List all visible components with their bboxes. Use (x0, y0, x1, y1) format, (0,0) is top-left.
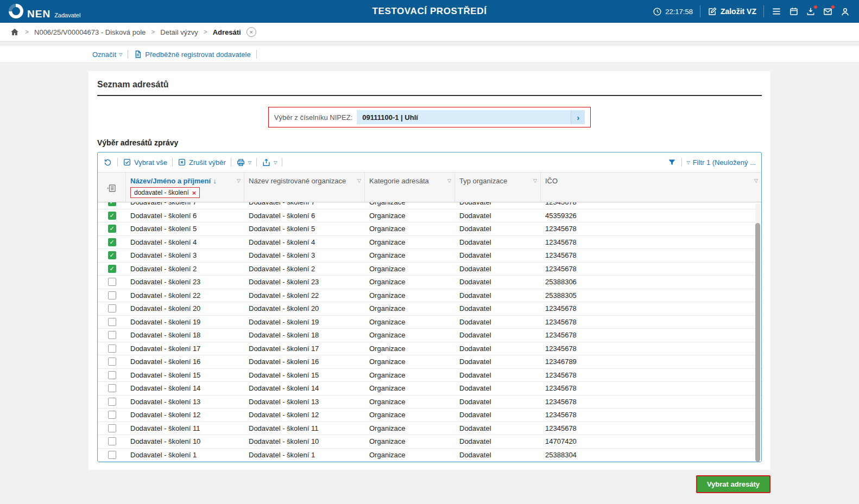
breadcrumb-item-procurement[interactable]: N006/25/V00004673 - Disková pole (34, 28, 146, 36)
row-checkbox[interactable] (108, 411, 116, 419)
select-addressees-button[interactable]: Vybrat adresáty (696, 475, 770, 493)
column-header-type[interactable]: Typ organizace ▽ (455, 173, 541, 202)
cell-ico: 45359326 (541, 212, 761, 220)
scrollbar-thumb[interactable] (755, 223, 760, 462)
cell-org: Dodavatel - školení 3 (244, 251, 365, 259)
cell-type: Dodavatel (455, 318, 541, 326)
column-options-cell (98, 173, 126, 202)
table-row[interactable]: ✓Dodavatel - školení 6Dodavatel - školen… (98, 209, 761, 223)
table-row[interactable]: Dodavatel - školení 16Dodavatel - školen… (98, 355, 761, 369)
downloads-button[interactable] (806, 7, 816, 16)
table-row[interactable]: ✓Dodavatel - školení 4Dodavatel - školen… (98, 236, 761, 250)
cell-type: Dodavatel (455, 398, 541, 406)
table-row[interactable]: Dodavatel - školení 1Dodavatel - školení… (98, 449, 761, 462)
toolbar-separator (117, 158, 118, 167)
row-checkbox[interactable] (108, 358, 116, 366)
row-checkbox[interactable] (108, 437, 116, 445)
column-chooser-icon[interactable] (107, 183, 117, 193)
nipez-field[interactable]: 09111100-1 | Uhlí › (357, 110, 585, 124)
row-checkbox[interactable]: ✓ (108, 251, 116, 259)
table-row[interactable]: ✓Dodavatel - školení 7Dodavatel - školen… (98, 202, 761, 209)
clear-selection-button[interactable]: Zrušit výběr (178, 158, 226, 167)
column-filter-icon[interactable]: ▽ (533, 178, 537, 183)
column-filter-icon[interactable]: ▽ (357, 178, 361, 183)
row-checkbox[interactable]: ✓ (108, 202, 116, 206)
column-filter-icon[interactable]: ▽ (237, 178, 241, 183)
table-row[interactable]: Dodavatel - školení 17Dodavatel - školen… (98, 342, 761, 356)
table-row[interactable]: ✓Dodavatel - školení 2Dodavatel - školen… (98, 263, 761, 276)
hamburger-icon (771, 6, 782, 17)
refresh-button[interactable] (103, 158, 112, 167)
row-checkbox[interactable] (108, 451, 116, 459)
table-row[interactable]: Dodavatel - školení 13Dodavatel - školen… (98, 395, 761, 409)
nen-logo-icon (9, 4, 23, 18)
nipez-label: Výběr z číselníku NIPEZ: (274, 113, 353, 122)
cell-category: Organizace (365, 202, 455, 206)
preregister-suppliers-button[interactable]: Předběžně registrovat dodavatele (134, 50, 250, 59)
active-filter-dropdown[interactable]: ▽ Filtr 1 (Neuložený ... (687, 158, 756, 167)
column-name-label: Název/Jméno a příjmení (130, 177, 211, 185)
column-type-label: Typ organizace (459, 177, 507, 185)
table-row[interactable]: ✓Dodavatel - školení 5Dodavatel - školen… (98, 222, 761, 236)
row-checkbox[interactable]: ✓ (108, 265, 116, 273)
column-header-category[interactable]: Kategorie adresáta ▽ (365, 173, 455, 202)
close-tab-icon[interactable]: × (247, 27, 256, 37)
preregister-label: Předběžně registrovat dodavatele (145, 50, 250, 59)
table-row[interactable]: Dodavatel - školení 23Dodavatel - školen… (98, 276, 761, 289)
row-checkbox[interactable] (108, 331, 116, 339)
row-checkbox[interactable]: ✓ (108, 212, 116, 220)
table-row[interactable]: Dodavatel - školení 12Dodavatel - školen… (98, 409, 761, 422)
filter-button[interactable] (667, 158, 677, 167)
column-header-org[interactable]: Název registrované organizace ▽ (244, 173, 365, 202)
table-row[interactable]: Dodavatel - školení 15Dodavatel - školen… (98, 369, 761, 382)
cell-org: Dodavatel - školení 13 (244, 398, 365, 406)
calendar-button[interactable] (789, 7, 799, 16)
chevron-down-icon: ▽ (687, 160, 690, 165)
row-checkbox[interactable] (108, 304, 116, 312)
user-profile-button[interactable] (840, 7, 850, 17)
table-row[interactable]: Dodavatel - školení 22Dodavatel - školen… (98, 289, 761, 303)
create-vz-button[interactable]: Založit VZ (708, 7, 756, 16)
table-row[interactable]: Dodavatel - školení 10Dodavatel - školen… (98, 435, 761, 449)
home-icon[interactable] (10, 27, 20, 37)
cell-category: Organizace (365, 304, 455, 312)
row-checkbox[interactable] (108, 371, 116, 379)
table-row[interactable]: Dodavatel - školení 19Dodavatel - školen… (98, 316, 761, 329)
breadcrumb-item-adresati[interactable]: Adresáti (213, 28, 241, 36)
table-row[interactable]: Dodavatel - školení 11Dodavatel - školen… (98, 422, 761, 436)
table-row[interactable]: Dodavatel - školení 18Dodavatel - školen… (98, 329, 761, 342)
column-filter-icon[interactable]: ▽ (447, 178, 451, 183)
nen-logo[interactable]: NEN Zadavatel (9, 4, 80, 19)
column-filter-icon[interactable]: ▽ (754, 178, 758, 183)
row-checkbox[interactable] (108, 344, 116, 353)
table-row[interactable]: ✓Dodavatel - školení 3Dodavatel - školen… (98, 249, 761, 263)
toolbar-separator (256, 158, 257, 167)
cell-type: Dodavatel (455, 212, 541, 220)
export-button[interactable]: ▽ (262, 158, 277, 167)
select-all-button[interactable]: Vybrat vše (123, 158, 167, 167)
remove-filter-icon[interactable]: × (192, 189, 197, 196)
nipez-open-button[interactable]: › (571, 110, 585, 124)
table-row[interactable]: Dodavatel - školení 20Dodavatel - školen… (98, 302, 761, 316)
messages-button[interactable] (823, 7, 833, 17)
name-filter-chip[interactable]: dodavatel - školení × (130, 187, 200, 198)
print-button[interactable]: ▽ (236, 158, 251, 167)
row-checkbox[interactable] (108, 384, 116, 392)
table-row[interactable]: Dodavatel - školení 14Dodavatel - školen… (98, 382, 761, 395)
row-checkbox[interactable]: ✓ (108, 238, 116, 246)
row-checkbox[interactable] (108, 424, 116, 432)
row-checkbox[interactable] (108, 398, 116, 406)
row-checkbox[interactable] (108, 278, 116, 286)
breadcrumb-item-detail-vyzvy[interactable]: Detail výzvy (160, 28, 198, 36)
cell-category: Organizace (365, 331, 455, 339)
cell-ico: 14707420 (541, 437, 761, 445)
row-checkbox[interactable]: ✓ (108, 225, 116, 233)
mark-dropdown-button[interactable]: Označit ▽ (92, 50, 122, 59)
vertical-scrollbar[interactable] (755, 203, 760, 460)
row-checkbox[interactable] (108, 291, 116, 299)
row-checkbox[interactable] (108, 318, 116, 326)
cell-name: Dodavatel - školení 13 (126, 398, 244, 406)
column-header-ico[interactable]: IČO ▽ (541, 173, 761, 202)
menu-button[interactable] (771, 6, 782, 17)
column-header-name[interactable]: Název/Jméno a příjmení ↓ ▽ dodavatel - š… (126, 173, 244, 202)
